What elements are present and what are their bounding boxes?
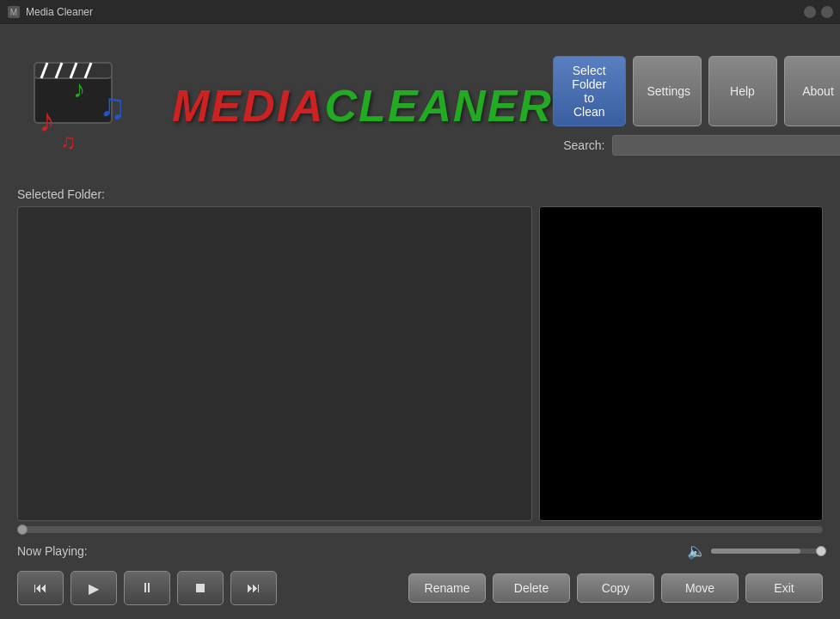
pause-icon: ⏸ [140,580,154,596]
copy-button[interactable]: Copy [577,573,654,603]
scrubber-thumb[interactable] [17,524,28,535]
stop-icon: ⏹ [193,580,207,596]
svg-text:M: M [10,8,17,17]
action-buttons-group: Rename Delete Copy Move Exit [408,573,823,603]
delete-button[interactable]: Delete [493,573,570,603]
app-title: MEDIA CLEANER [172,80,553,132]
select-folder-button[interactable]: Select Folder to Clean [553,56,626,126]
svg-text:♪: ♪ [73,76,85,102]
move-button[interactable]: Move [661,573,739,603]
header-btn-row: Select Folder to Clean Settings Help Abo… [553,56,840,126]
volume-track[interactable] [711,549,823,554]
app-logo: ♪ ♪ ♫ ♫ [26,37,163,175]
logo-area: ♪ ♪ ♫ ♫ [17,33,172,179]
header-search-row: Search: [563,135,840,156]
next-button[interactable]: ⏭ [230,571,277,605]
prev-button[interactable]: ⏮ [17,571,64,605]
stop-button[interactable]: ⏹ [177,571,224,605]
play-button[interactable]: ▶ [71,571,117,605]
file-list-panel[interactable] [17,206,532,521]
settings-button[interactable]: Settings [633,56,702,126]
title-bar-text: Media Cleaner [26,6,93,18]
scrubber-row [0,521,840,538]
volume-icon: 🔈 [687,542,706,561]
scrubber-track[interactable] [17,526,823,533]
title-bar-icon: M [7,5,21,19]
volume-thumb[interactable] [816,546,826,556]
header: ♪ ♪ ♫ ♫ MEDIA CLEANER Select Folder to C… [0,24,840,187]
volume-fill [711,549,800,554]
app-body: ♪ ♪ ♫ ♫ MEDIA CLEANER Select Folder to C… [0,24,840,619]
search-label: Search: [563,138,604,152]
play-icon: ▶ [89,580,99,597]
minimize-button[interactable] [804,6,816,18]
svg-text:♪: ♪ [39,102,55,138]
header-buttons: Select Folder to Clean Settings Help Abo… [553,56,840,156]
prev-icon: ⏮ [34,580,47,596]
volume-area: 🔈 [687,542,823,561]
svg-text:♫: ♫ [60,130,76,153]
title-bar: M Media Cleaner [0,0,840,24]
now-playing-label: Now Playing: [17,544,88,558]
close-button[interactable] [821,6,833,18]
title-bar-controls [804,6,833,18]
exit-button[interactable]: Exit [745,573,823,603]
now-playing-row: Now Playing: 🔈 [0,538,840,564]
search-input[interactable] [612,135,841,156]
title-media: MEDIA [172,80,325,132]
about-button[interactable]: About [784,56,841,126]
pause-button[interactable]: ⏸ [124,571,170,605]
title-cleaner: CLEANER [325,80,553,132]
svg-text:♫: ♫ [99,86,126,126]
panels-row [17,206,823,521]
transport-row: ⏮ ▶ ⏸ ⏹ ⏭ Rename Delete Copy Move Exit [0,564,840,619]
rename-button[interactable]: Rename [408,573,486,603]
selected-folder-label: Selected Folder: [17,187,823,201]
content-area: Selected Folder: [0,187,840,521]
preview-panel [539,206,823,521]
help-button[interactable]: Help [708,56,777,126]
next-icon: ⏭ [247,580,261,596]
